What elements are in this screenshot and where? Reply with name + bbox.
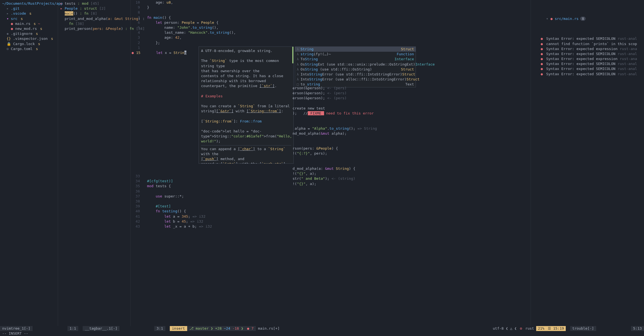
code-line[interactable]: nd_mod_alpha(&mut alpha);: [293, 131, 377, 136]
sb-mode: insert: [170, 326, 187, 331]
code-line[interactable]: 43 let _x = a + b; => i32: [132, 224, 531, 229]
diagnostic-item[interactable]: ● Syntax Error: expected SEMICOLON rust-…: [533, 66, 642, 71]
tagbar-item[interactable]: ▸ People : struct [2]: [60, 6, 128, 11]
diagnostic-item[interactable]: ● Syntax Error: expected SEMICOLON rust-…: [533, 61, 642, 66]
code-editor[interactable]: 10 age: u8,9 }8 7 fn main() {6 let perso…: [131, 0, 531, 326]
sb-tree-pos: 1:1: [67, 326, 78, 331]
diagnostic-item[interactable]: ● Syntax Error: expected SEMICOLON rust-…: [533, 36, 642, 41]
file-tree-panel: ~/Documents/RustProjects/app ▸ .git ▸ .v…: [0, 0, 58, 326]
doc-line: that has ownership over the: [201, 69, 291, 74]
code-line[interactable]: ); // FIXME need to fix this error: [293, 111, 377, 116]
code-line[interactable]: !("{}", a);: [293, 181, 377, 186]
doc-line: [201, 89, 291, 94]
file-tree-item[interactable]: {} .vimspector.json s: [2, 36, 56, 41]
completion-item[interactable]: λToStringInterface: [295, 57, 416, 62]
doc-line: The `String` type is the most common str…: [201, 58, 291, 68]
doc-line: # Examples: [201, 94, 291, 99]
sb-filename: main.rs[+]: [256, 326, 282, 331]
file-tree-item[interactable]: ▾ src s: [2, 16, 56, 21]
code-line[interactable]: [293, 136, 377, 141]
gear-icon: ⚙: [520, 326, 522, 330]
file-tree-item[interactable]: ◆ .gitignore s: [2, 31, 56, 36]
code-line[interactable]: [293, 161, 377, 166]
code-line[interactable]: rson(pers: &People) {: [293, 146, 377, 151]
tagbar-item[interactable]: main() : fn [8]: [60, 11, 128, 16]
file-tree-item[interactable]: ▸ .git: [2, 6, 56, 11]
code-line[interactable]: [293, 156, 377, 161]
doc-line: [201, 53, 291, 58]
trouble-file-header[interactable]: ▾ ● src/main.rs8: [533, 11, 642, 26]
code-line[interactable]: 6 let person: People = People {: [132, 20, 531, 25]
diagnostic-item[interactable]: ● Syntax Error: expected SEMICOLON rust-…: [533, 51, 642, 56]
doc-line: [`push`] method, and: [201, 157, 291, 162]
doc-line: relationship with its borrowed: [201, 79, 291, 84]
code-line[interactable]: [293, 116, 377, 121]
code-line[interactable]: 37 use super::*;: [132, 194, 531, 199]
doc-line: You can append a [`char`] to a `String` …: [201, 147, 291, 157]
completion-item[interactable]: λStringStruct: [295, 47, 416, 52]
file-tree-item[interactable]: ▸ .vscode s: [2, 11, 56, 16]
documentation-popup[interactable]: A UTF-8-encoded, growable string. The `S…: [199, 46, 294, 164]
code-line[interactable]: erson(&person); <- (pers): [293, 86, 377, 91]
code-line[interactable]: !("{}", a);: [293, 171, 377, 176]
completion-item[interactable]: λOsString (use std::ffi::OsString)Struct: [295, 67, 416, 72]
doc-line: [201, 99, 291, 104]
doc-line: "doc-code">let hello = "doc-type">String…: [201, 129, 291, 144]
code-line[interactable]: 3 age: 42,: [132, 35, 531, 40]
tagbar-item[interactable]: print_and_mod_alpha(a: &mut String) : fn…: [60, 16, 128, 26]
code-line[interactable]: erson(&person); <- (pers): [293, 91, 377, 96]
code-line[interactable]: 39 #[test]: [132, 204, 531, 209]
doc-line: string][`&str`] with [`String::from`]:: [201, 109, 291, 114]
code-line[interactable]: create new test: [293, 106, 377, 111]
code-line[interactable]: erson(&person); <- (pers): [293, 96, 377, 101]
diagnostic-item[interactable]: ● Syntax Error: expected expression rust…: [533, 56, 642, 61]
statusbar: nvimtree_1[-] 1:1 __tagbar__.1[-] 3:1 in…: [0, 326, 644, 331]
mode-indicator: -- INSERT --: [0, 331, 644, 336]
sb-tagbar-name: __tagbar__.1[-]: [83, 326, 119, 331]
tagbar-panel: ▸ tests : mod [45]▸ People : struct [2] …: [58, 0, 131, 326]
code-line[interactable]: [293, 101, 377, 106]
code-line[interactable]: 42 let b = 45; => i32: [132, 219, 531, 224]
code-line[interactable]: 4 last_name: "Hancock".to_string(),: [132, 30, 531, 35]
file-tree-item[interactable]: ● new_mod.rs s: [2, 26, 56, 31]
doc-line: [`String::from`]: From::from: [201, 119, 291, 124]
diagnostic-item[interactable]: ● Syntax Error: expected SEMICOLON rust-…: [533, 72, 642, 77]
completion-item[interactable]: λIntoStringError (use alloc::ffi::IntoSt…: [295, 77, 416, 82]
tagbar-item[interactable]: ▸ tests : mod [45]: [60, 1, 128, 6]
file-tree-item[interactable]: ● main.rs s ~: [2, 21, 56, 26]
completion-item[interactable]: λIntoStringError (use std::ffi::IntoStri…: [295, 72, 416, 77]
code-line[interactable]: 7 fn main() {: [132, 15, 531, 20]
sb-tagbar-pos: 3:1: [154, 326, 165, 331]
file-tree-root[interactable]: ~/Documents/RustProjects/app: [2, 1, 56, 6]
git-branch-icon: ⎇: [189, 326, 196, 330]
completion-item[interactable]: λstringify!(…)~Function: [295, 52, 416, 57]
completion-item[interactable]: λOsStringExt (use std::os::unix::prelude…: [295, 62, 416, 67]
code-line[interactable]: 40 fn testing() {: [132, 209, 531, 214]
doc-line: append a [`&str`] with the [`push_str`] …: [201, 162, 291, 164]
file-tree-item[interactable]: 🔒 Cargo.lock s: [2, 41, 56, 46]
code-line[interactable]: str(" and Beta"); <- (string): [293, 176, 377, 181]
tagbar-item[interactable]: print_person(pers: &People) : fn [34]: [60, 26, 128, 31]
code-line[interactable]: 36: [132, 189, 531, 194]
diagnostic-item[interactable]: ● cannot find function `printo` in this …: [533, 41, 642, 46]
code-line[interactable]: 38: [132, 199, 531, 204]
doc-line: A UTF-8-encoded, growable string.: [201, 48, 291, 53]
code-line[interactable]: 9 }: [132, 5, 531, 10]
code-line[interactable]: d_mod_alpha(a: &mut String) {: [293, 166, 377, 171]
code-line[interactable]: 5 name: "John".to_string(),: [132, 25, 531, 30]
code-line[interactable]: 10 age: u8,: [132, 0, 531, 5]
completion-popup[interactable]: λStringStructλstringify!(…)~FunctionλToS…: [295, 46, 416, 87]
diagnostic-item[interactable]: ● Syntax Error: expected expression rust…: [533, 46, 642, 51]
file-tree-item[interactable]: ⚙ Cargo.toml s: [2, 46, 56, 51]
doc-line: You can create a `String` from [a litera…: [201, 104, 291, 109]
code-line[interactable]: 41 let a = 345; => i32: [132, 214, 531, 219]
trouble-panel: ▾ ● src/main.rs8 ● Syntax Error: expecte…: [531, 0, 644, 326]
doc-line: [201, 124, 291, 129]
code-line[interactable]: alpha = "Alpha".to_string(); => String: [293, 126, 377, 131]
code-line[interactable]: [293, 141, 377, 146]
code-line[interactable]: !("{:?}", pers);: [293, 151, 377, 156]
code-line[interactable]: [293, 121, 377, 126]
code-line[interactable]: 8: [132, 10, 531, 15]
code-line[interactable]: 2 };: [132, 40, 531, 45]
scrollbar-icon[interactable]: [292, 47, 293, 63]
